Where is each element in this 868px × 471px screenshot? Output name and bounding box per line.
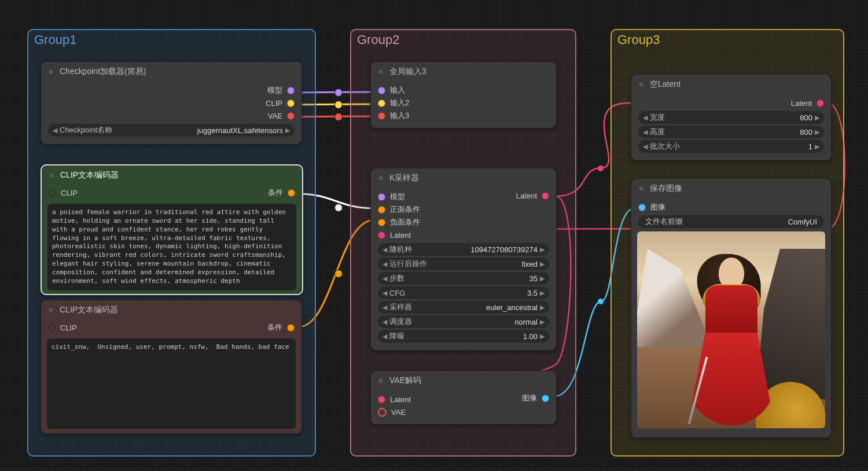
node-ksampler[interactable]: K采样器 模型 正面条件 负面条件 Latent Latent ◀随机种1094… <box>370 168 557 351</box>
port-in1[interactable] <box>378 87 385 94</box>
param-widget[interactable]: ◀宽度800▶ <box>638 111 824 124</box>
node-vae-decode[interactable]: VAE解码 Latent VAE 图像 <box>370 370 557 425</box>
port-cond-out[interactable] <box>288 189 295 197</box>
chevron-right-icon[interactable]: ▶ <box>540 260 545 268</box>
node-title-label: CLIP文本编码器 <box>60 170 119 181</box>
collapse-icon[interactable] <box>638 82 644 87</box>
chevron-left-icon[interactable]: ◀ <box>382 289 387 297</box>
chevron-right-icon[interactable]: ▶ <box>285 127 290 134</box>
param-widget[interactable]: ◀CFG3.5▶ <box>378 286 549 299</box>
chevron-left-icon[interactable]: ◀ <box>382 304 387 311</box>
reroute-dot[interactable] <box>598 165 604 171</box>
collapse-icon[interactable] <box>378 175 384 181</box>
chevron-right-icon[interactable]: ▶ <box>540 289 545 297</box>
port-model-in[interactable] <box>378 193 385 201</box>
port-in2[interactable] <box>378 100 385 107</box>
node-checkpoint-loader[interactable]: Checkpoint加载器(简易) 模型 CLIP VAE ◀ Checkpoi… <box>41 61 302 145</box>
chevron-left-icon[interactable]: ◀ <box>643 128 648 136</box>
collapse-icon[interactable] <box>378 69 384 75</box>
port-model-out[interactable] <box>287 87 295 94</box>
port-clip-out[interactable] <box>287 100 295 107</box>
port-image-out[interactable] <box>542 395 549 402</box>
output-image: 图像 <box>522 393 537 403</box>
chevron-left-icon[interactable]: ◀ <box>382 333 387 340</box>
input-vae: VAE <box>391 408 406 417</box>
node-empty-latent[interactable]: 空Latent Latent ◀宽度800▶◀高度800▶◀批次大小1▶ <box>631 74 832 161</box>
collapse-icon[interactable] <box>48 307 54 313</box>
checkpoint-name-widget[interactable]: ◀ Checkpoint名称 juggernautXL.safetensors … <box>48 124 295 137</box>
port-image-in[interactable] <box>638 204 646 211</box>
input-negative: 负面条件 <box>390 217 420 227</box>
reroute-dot[interactable] <box>334 89 343 97</box>
chevron-left-icon[interactable]: ◀ <box>382 260 387 268</box>
input-image: 图像 <box>650 202 665 212</box>
input-positive: 正面条件 <box>390 204 420 215</box>
node-title-label: Checkpoint加载器(简易) <box>60 67 146 77</box>
chevron-right-icon[interactable]: ▶ <box>815 114 819 122</box>
chevron-right-icon[interactable]: ▶ <box>540 275 545 282</box>
param-widget[interactable]: ◀高度800▶ <box>638 126 824 138</box>
chevron-left-icon[interactable]: ◀ <box>643 114 648 122</box>
output-vae: VAE <box>268 112 282 120</box>
negative-prompt-text[interactable]: civit_snw, Unsigned, user, prompt, nsfw,… <box>47 338 296 429</box>
node-global-input[interactable]: 全局输入3 输入 输入2 输入3 <box>370 61 557 128</box>
collapse-icon[interactable] <box>49 172 54 178</box>
port-clip-in[interactable] <box>48 324 56 332</box>
param-widget[interactable]: ◀批次大小1▶ <box>638 140 824 153</box>
node-clip-negative[interactable]: CLIP文本编码器 CLIP 条件 civit_snw, Unsigned, u… <box>41 300 302 434</box>
output-image-preview <box>637 231 825 428</box>
chevron-right-icon[interactable]: ▶ <box>540 318 545 326</box>
input-clip: CLIP <box>61 189 78 197</box>
param-widget[interactable]: ◀降噪1.00▶ <box>378 330 549 343</box>
param-widget[interactable]: ◀采样器euler_ancestral▶ <box>378 301 549 314</box>
collapse-icon[interactable] <box>48 69 54 75</box>
chevron-right-icon[interactable]: ▶ <box>540 246 545 253</box>
port-vae-in[interactable] <box>378 408 387 417</box>
node-title-label: 全局输入3 <box>389 67 426 77</box>
param-widget[interactable]: ◀步数35▶ <box>378 272 549 285</box>
chevron-left-icon[interactable]: ◀ <box>382 318 387 326</box>
port-latent-out[interactable] <box>542 192 549 200</box>
chevron-left-icon[interactable]: ◀ <box>382 246 387 253</box>
chevron-left-icon[interactable]: ◀ <box>53 127 57 134</box>
collapse-icon[interactable] <box>638 186 644 192</box>
reroute-dot[interactable] <box>334 270 343 278</box>
node-title-label: 保存图像 <box>650 183 682 194</box>
port-cond-out[interactable] <box>287 324 295 332</box>
port-clip-in[interactable] <box>49 189 56 197</box>
port-in3[interactable] <box>378 112 385 120</box>
node-title-label: 空Latent <box>650 79 681 90</box>
reroute-dot[interactable] <box>334 204 343 212</box>
output-latent: Latent <box>516 192 537 200</box>
chevron-left-icon[interactable]: ◀ <box>382 275 387 282</box>
param-widget[interactable]: ◀运行后操作fixed▶ <box>378 257 549 270</box>
port-latent-in[interactable] <box>378 396 385 403</box>
node-save-image[interactable]: 保存图像 图像 文件名前缀 ComfyUI <box>631 178 832 438</box>
port-vae-out[interactable] <box>287 112 295 120</box>
chevron-right-icon[interactable]: ▶ <box>815 128 819 136</box>
reroute-dot[interactable] <box>598 299 604 304</box>
port-negative-in[interactable] <box>378 219 385 226</box>
reroute-dot[interactable] <box>334 101 343 109</box>
param-widget[interactable]: ◀随机种1094727080739274▶ <box>378 243 549 256</box>
param-widget[interactable]: ◀调度器normal▶ <box>378 315 549 328</box>
output-model: 模型 <box>267 85 282 95</box>
output-latent: Latent <box>791 99 812 108</box>
collapse-icon[interactable] <box>378 378 384 384</box>
input-1: 输入 <box>390 85 405 95</box>
chevron-left-icon[interactable]: ◀ <box>643 143 648 150</box>
chevron-right-icon[interactable]: ▶ <box>815 143 819 150</box>
output-conditioning: 条件 <box>268 187 283 198</box>
port-positive-in[interactable] <box>378 206 385 214</box>
reroute-dot[interactable] <box>334 113 343 121</box>
port-latent-in[interactable] <box>378 231 385 239</box>
filename-prefix-widget[interactable]: 文件名前缀 ComfyUI <box>638 215 824 228</box>
node-clip-positive[interactable]: CLIP文本编码器 CLIP 条件 a poised female warrio… <box>41 164 303 295</box>
positive-prompt-text[interactable]: a poised female warrior in traditional r… <box>47 204 296 290</box>
input-model: 模型 <box>390 192 405 202</box>
group-2-title: Group2 <box>357 32 399 47</box>
chevron-right-icon[interactable]: ▶ <box>540 304 545 311</box>
input-2: 输入2 <box>390 98 409 108</box>
port-latent-out[interactable] <box>816 100 824 107</box>
chevron-right-icon[interactable]: ▶ <box>540 333 545 340</box>
